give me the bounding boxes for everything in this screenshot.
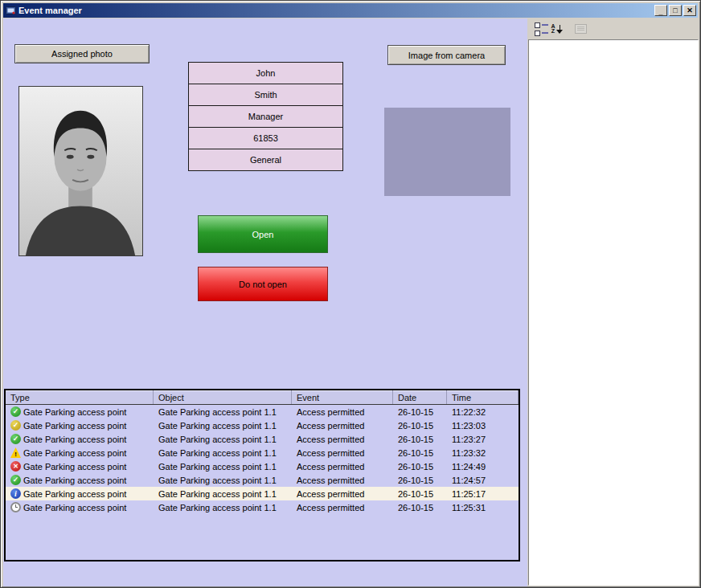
image-from-camera-button[interactable]: Image from camera bbox=[387, 45, 506, 65]
cell-date: 26-10-15 bbox=[398, 421, 433, 431]
cell-object: Gate Parking access point 1.1 bbox=[158, 448, 277, 458]
cell-type-wrap: Gate Parking access point bbox=[6, 447, 154, 458]
sort-az-icon: AZ bbox=[551, 24, 563, 35]
table-row[interactable]: Gate Parking access point Gate Parking a… bbox=[6, 500, 519, 514]
cell-event: Access permitted bbox=[297, 421, 364, 431]
cell-object: Gate Parking access point 1.1 bbox=[158, 421, 277, 431]
property-pages-icon bbox=[575, 24, 587, 34]
table-row[interactable]: Gate Parking access point Gate Parking a… bbox=[6, 405, 519, 419]
close-button[interactable]: ✕ bbox=[683, 5, 696, 16]
cell-type-wrap: Gate Parking access point bbox=[6, 461, 154, 472]
field-last-name: Smith bbox=[188, 84, 343, 106]
column-header-date[interactable]: Date bbox=[393, 390, 447, 404]
cell-object: Gate Parking access point 1.1 bbox=[158, 503, 277, 512]
event-table-header: Type Object Event Date Time bbox=[6, 390, 519, 405]
maximize-button[interactable]: □ bbox=[669, 5, 682, 16]
field-first-name: John bbox=[188, 62, 343, 84]
check-green-icon bbox=[10, 475, 21, 485]
sort-alphabetical-button[interactable]: AZ bbox=[549, 22, 565, 36]
field-department: General bbox=[188, 149, 343, 171]
cell-time: 11:24:57 bbox=[452, 476, 486, 485]
minimize-icon: _ bbox=[658, 9, 662, 16]
main-area: Assigned photo Image from camera bbox=[3, 18, 527, 586]
cell-type: Gate Parking access point bbox=[23, 435, 126, 444]
error-icon bbox=[10, 461, 21, 472]
cell-date: 26-10-15 bbox=[398, 407, 433, 417]
cell-type: Gate Parking access point bbox=[23, 462, 126, 472]
check-yellow-icon bbox=[10, 420, 21, 431]
table-row[interactable]: Gate Parking access point Gate Parking a… bbox=[6, 473, 519, 487]
camera-image-placeholder bbox=[384, 108, 510, 196]
cell-time: 11:25:17 bbox=[452, 489, 486, 499]
cell-date: 26-10-15 bbox=[398, 462, 433, 472]
cell-event: Access permitted bbox=[297, 489, 364, 499]
window-controls: _ □ ✕ bbox=[654, 5, 696, 16]
categorized-button[interactable] bbox=[533, 22, 549, 36]
cell-date: 26-10-15 bbox=[398, 448, 433, 458]
side-panel-content[interactable] bbox=[528, 39, 699, 586]
sort-letter-z: Z bbox=[551, 29, 555, 34]
cell-event: Access permitted bbox=[297, 476, 364, 485]
cell-time: 11:22:32 bbox=[452, 407, 486, 417]
column-header-type[interactable]: Type bbox=[6, 390, 154, 404]
cell-type-wrap: Gate Parking access point bbox=[6, 502, 154, 512]
cell-type-wrap: Gate Parking access point bbox=[6, 488, 154, 499]
warning-icon bbox=[10, 447, 21, 458]
side-panel: AZ bbox=[527, 18, 699, 586]
info-icon bbox=[10, 488, 21, 499]
assigned-photo-button[interactable]: Assigned photo bbox=[14, 44, 150, 63]
field-position: Manager bbox=[188, 105, 343, 128]
titlebar[interactable]: Event manager _ □ ✕ bbox=[3, 3, 698, 18]
cell-event: Access permitted bbox=[297, 435, 364, 444]
maximize-icon: □ bbox=[673, 7, 677, 14]
field-card-number: 61853 bbox=[188, 127, 343, 149]
clock-icon bbox=[10, 502, 21, 512]
property-pages-button bbox=[572, 22, 588, 36]
cell-type: Gate Parking access point bbox=[23, 407, 126, 417]
side-panel-toolbar: AZ bbox=[527, 18, 699, 39]
check-green-icon bbox=[10, 434, 21, 444]
categorized-icon bbox=[535, 22, 548, 36]
cell-event: Access permitted bbox=[297, 503, 364, 512]
cell-type: Gate Parking access point bbox=[23, 503, 126, 512]
cell-time: 11:23:27 bbox=[452, 435, 486, 444]
cell-object: Gate Parking access point 1.1 bbox=[158, 462, 277, 472]
event-table: Type Object Event Date Time Gate Parking… bbox=[4, 389, 520, 561]
table-row[interactable]: Gate Parking access point Gate Parking a… bbox=[6, 487, 519, 500]
cell-object: Gate Parking access point 1.1 bbox=[158, 435, 277, 444]
cell-object: Gate Parking access point 1.1 bbox=[158, 489, 277, 499]
cell-date: 26-10-15 bbox=[398, 489, 433, 499]
do-not-open-button[interactable]: Do not open bbox=[198, 267, 328, 301]
close-icon: ✕ bbox=[687, 7, 693, 14]
cell-date: 26-10-15 bbox=[398, 476, 433, 485]
cell-time: 11:24:49 bbox=[452, 462, 486, 472]
event-table-body: Gate Parking access point Gate Parking a… bbox=[6, 405, 519, 514]
cell-type: Gate Parking access point bbox=[23, 421, 126, 431]
table-row[interactable]: Gate Parking access point Gate Parking a… bbox=[6, 446, 519, 459]
cell-event: Access permitted bbox=[297, 448, 364, 458]
cell-date: 26-10-15 bbox=[398, 435, 433, 444]
cell-type: Gate Parking access point bbox=[23, 448, 126, 458]
cell-time: 11:23:03 bbox=[452, 421, 486, 431]
cell-type-wrap: Gate Parking access point bbox=[6, 434, 154, 444]
cell-event: Access permitted bbox=[297, 462, 364, 472]
table-row[interactable]: Gate Parking access point Gate Parking a… bbox=[6, 432, 519, 446]
cell-time: 11:25:31 bbox=[452, 503, 486, 512]
table-row[interactable]: Gate Parking access point Gate Parking a… bbox=[6, 459, 519, 473]
column-header-object[interactable]: Object bbox=[154, 390, 292, 404]
cell-object: Gate Parking access point 1.1 bbox=[158, 476, 277, 485]
arrow-down-icon bbox=[556, 24, 564, 35]
column-header-event[interactable]: Event bbox=[292, 390, 393, 404]
cell-type: Gate Parking access point bbox=[23, 489, 126, 499]
window-title: Event manager bbox=[18, 6, 652, 15]
open-button[interactable]: Open bbox=[198, 215, 328, 253]
person-info-panel: John Smith Manager 61853 General bbox=[188, 62, 343, 171]
cell-date: 26-10-15 bbox=[398, 503, 433, 512]
column-header-time[interactable]: Time bbox=[447, 390, 519, 404]
minimize-button[interactable]: _ bbox=[654, 5, 667, 16]
assigned-photo-image bbox=[18, 86, 143, 256]
cell-type-wrap: Gate Parking access point bbox=[6, 420, 154, 431]
cell-object: Gate Parking access point 1.1 bbox=[158, 407, 277, 417]
table-row[interactable]: Gate Parking access point Gate Parking a… bbox=[6, 419, 519, 432]
check-green-icon bbox=[10, 406, 21, 417]
